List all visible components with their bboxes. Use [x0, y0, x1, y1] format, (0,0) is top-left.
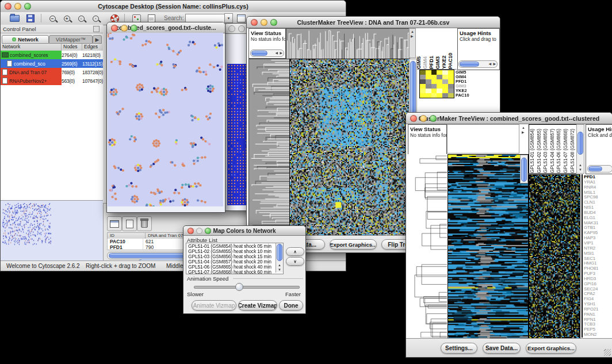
scroll-up-icon[interactable]: ▲: [522, 126, 525, 130]
close-button[interactable]: [251, 19, 258, 26]
scroll-up-icon[interactable]: ▲: [278, 263, 281, 267]
matrix-cell[interactable]: [426, 70, 431, 75]
scroll-left-icon[interactable]: ◀: [275, 51, 278, 55]
scroll-right-icon[interactable]: ▶: [411, 35, 414, 39]
gene-name-list[interactable]: PFD1YRA1RNR4MSL1SPC98CLN1NIS1BUD4ELG1MAK…: [582, 174, 611, 338]
export-graphics-button[interactable]: Export Graphics...: [526, 343, 576, 354]
network-overview-thumbnail[interactable]: [1, 200, 103, 261]
minimize-button[interactable]: [196, 228, 202, 234]
matrix-cell[interactable]: [448, 93, 454, 98]
heatmap-column-label[interactable]: PAC10: [447, 28, 454, 69]
network-list-row[interactable]: combined_sco2569(6)13112(15): [1, 59, 103, 68]
attribute-table-button[interactable]: [107, 216, 122, 231]
zoom-button[interactable]: [430, 115, 437, 122]
matrix-cell[interactable]: [431, 75, 437, 79]
matrix-cell[interactable]: [431, 70, 437, 75]
treeview1-heatmap[interactable]: [289, 59, 410, 236]
matrix-cell[interactable]: [426, 79, 431, 84]
zoomed-heatmap-matrix[interactable]: [419, 70, 454, 98]
col-nodes[interactable]: Nodes: [62, 44, 82, 51]
matrix-cell[interactable]: [448, 70, 454, 75]
matrix-cell[interactable]: [420, 84, 426, 89]
attribute-list-item[interactable]: GPL51-07 (GSM868) heat shock 60 min: [188, 270, 283, 274]
gene-label[interactable]: MON2: [584, 332, 611, 338]
heatmap-column-label[interactable]: GPL51-04 (GSM857): [549, 125, 556, 173]
zoom-button[interactable]: [131, 25, 137, 32]
treeview1-titlebar[interactable]: ClusterMaker TreeView : DNA and Tran 07-…: [247, 17, 500, 28]
save-data-button[interactable]: Save Data...: [483, 343, 521, 354]
delete-attribute-button[interactable]: [137, 216, 152, 231]
tab-network[interactable]: Network: [2, 35, 49, 44]
speed-slider-thumb[interactable]: [235, 283, 243, 291]
scroll-down-icon[interactable]: ▼: [278, 268, 281, 272]
treeview2-global-heatmap[interactable]: [447, 154, 529, 339]
matrix-cell[interactable]: [431, 93, 437, 98]
matrix-cell[interactable]: [448, 84, 454, 89]
matrix-cell[interactable]: [431, 84, 437, 89]
matrix-cell[interactable]: [442, 75, 448, 79]
matrix-cell[interactable]: [437, 75, 442, 79]
minimize-button[interactable]: [238, 25, 245, 32]
tab-vizmapper[interactable]: VizMapper™: [49, 35, 93, 44]
labels-vscrollbar[interactable]: ▲ ▼: [576, 124, 584, 174]
col-edges[interactable]: Edges: [82, 44, 103, 51]
dialog-titlebar[interactable]: Map Colors to Network: [183, 226, 305, 236]
column-dendrogram[interactable]: [286, 28, 410, 59]
heatmap-column-label[interactable]: GPL51-03 (GSM856): [542, 125, 549, 173]
col-network[interactable]: Network: [1, 44, 62, 51]
zoom-out-button[interactable]: −: [47, 13, 58, 24]
done-button[interactable]: Done: [279, 300, 303, 311]
close-button[interactable]: [228, 25, 235, 32]
matrix-cell[interactable]: [420, 93, 426, 98]
network-canvas[interactable]: [108, 33, 223, 206]
matrix-cell[interactable]: [437, 79, 442, 84]
zoom-fit-button[interactable]: ▫: [75, 13, 87, 24]
matrix-cell[interactable]: [437, 70, 442, 75]
attribute-listbox[interactable]: GPL51-01 (GSM854) heat shock 05 minGPL51…: [186, 243, 284, 274]
matrix-cell[interactable]: [442, 93, 448, 98]
matrix-cell[interactable]: [426, 84, 431, 89]
matrix-row-label[interactable]: PAC10: [456, 93, 479, 97]
view-status-hscrollbar[interactable]: ◀ ▶: [250, 49, 284, 57]
vscroll-thumb[interactable]: [277, 244, 282, 261]
animate-vizmap-button[interactable]: Animate Vizmap: [192, 300, 236, 311]
matrix-cell[interactable]: [448, 79, 454, 84]
usage-hints-hscrollbar[interactable]: [587, 165, 612, 173]
network-tree-empty-area[interactable]: [1, 85, 103, 201]
close-button[interactable]: [410, 115, 417, 122]
hscroll-thumb[interactable]: [588, 166, 602, 171]
scroll-left-icon[interactable]: ◀: [488, 62, 491, 66]
minimize-button[interactable]: [14, 3, 21, 10]
matrix-cell[interactable]: [442, 89, 448, 93]
speed-slider-track[interactable]: [194, 286, 300, 289]
close-button[interactable]: [5, 3, 12, 10]
zoom-in-button[interactable]: +: [61, 13, 72, 24]
heatmap-column-label[interactable]: PFD1: [429, 28, 435, 69]
save-session-button[interactable]: [25, 13, 36, 24]
create-vizmap-button[interactable]: Create Vizmap: [238, 300, 277, 311]
matrix-cell[interactable]: [420, 89, 426, 93]
matrix-row-label[interactable]: YKE2: [456, 88, 479, 93]
scroll-right-icon[interactable]: ▶: [493, 62, 496, 66]
vscroll-thumb[interactable]: [521, 158, 527, 182]
global-view-vscrollbar[interactable]: [520, 155, 528, 183]
matrix-cell[interactable]: [437, 89, 442, 93]
minimize-button[interactable]: [121, 25, 128, 32]
matrix-row-label[interactable]: PFD1: [456, 79, 479, 83]
zoom-selected-button[interactable]: ∙: [90, 13, 101, 24]
scroll-up-icon[interactable]: ▲: [579, 163, 582, 167]
row-dendrogram[interactable]: [408, 154, 447, 338]
matrix-cell[interactable]: [420, 75, 426, 79]
matrix-cell[interactable]: [442, 84, 448, 89]
resize-grip[interactable]: [604, 349, 611, 356]
matrix-cell[interactable]: [448, 89, 454, 93]
zoom-button[interactable]: [205, 228, 211, 234]
scroll-right-icon[interactable]: ▶: [522, 131, 525, 135]
move-down-button[interactable]: ∨: [286, 257, 304, 266]
minimize-button[interactable]: [420, 115, 427, 122]
hscroll-thumb[interactable]: [460, 62, 479, 67]
zoom-button[interactable]: [24, 3, 31, 10]
scroll-down-icon[interactable]: ▼: [579, 168, 582, 172]
minimize-button[interactable]: [261, 19, 267, 26]
treeview2-zoom-heatmap[interactable]: [529, 174, 580, 339]
